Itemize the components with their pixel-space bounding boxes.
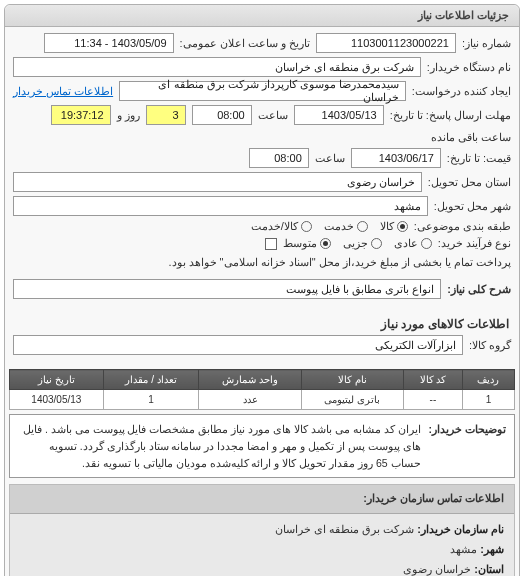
days-remain: 3: [146, 105, 186, 125]
subject-radio-group: کالا خدمت کالا/خدمت: [251, 220, 408, 233]
table-row[interactable]: 1 -- باتری لیتیومی عدد 1 1403/05/13: [10, 390, 515, 410]
goods-table: ردیف کد کالا نام کالا واحد شمارش تعداد /…: [9, 369, 515, 410]
price-date: 1403/06/17: [351, 148, 441, 168]
radio-icon: [357, 221, 368, 232]
contact-province: خراسان رضوی: [403, 563, 471, 575]
th-row: ردیف: [462, 370, 514, 390]
price-until-label: قیمت: تا تاریخ:: [447, 152, 511, 165]
req-no-label: شماره نیاز:: [462, 37, 511, 50]
priority-label: نوع فرآیند خرید:: [438, 237, 511, 250]
city-label: شهر محل تحویل:: [434, 200, 511, 213]
public-date-value: 1403/05/09 - 11:34: [44, 33, 174, 53]
subject-option-0[interactable]: کالا: [380, 220, 408, 233]
days-remain-label: روز و: [117, 109, 140, 122]
priority-option-2[interactable]: متوسط: [283, 237, 331, 250]
goods-group-label: گروه کالا:: [469, 339, 511, 352]
th-code: کد کالا: [403, 370, 462, 390]
contact-title: اطلاعات تماس سازمان خریدار:: [10, 485, 514, 514]
priority-radio-group: عادی جزیی متوسط: [283, 237, 432, 250]
need-details-panel: جزئیات اطلاعات نیاز شماره نیاز: 11030011…: [4, 4, 520, 576]
creator-value: سیدمحمدرضا موسوی کارپرداز شرکت برق منطقه…: [119, 81, 406, 101]
org-name-value: شرکت برق منطقه ای خراسان: [13, 57, 421, 77]
th-qty: تعداد / مقدار: [103, 370, 199, 390]
public-date-label: تاریخ و ساعت اعلان عمومی:: [180, 37, 310, 50]
priority-option-1[interactable]: جزیی: [343, 237, 382, 250]
province-value: خراسان رضوی: [13, 172, 422, 192]
th-date: تاریخ نیاز: [10, 370, 104, 390]
radio-icon: [421, 238, 432, 249]
creator-label: ایجاد کننده درخواست:: [412, 85, 511, 98]
city-value: مشهد: [13, 196, 428, 216]
province-label: استان محل تحویل:: [428, 176, 511, 189]
radio-icon: [301, 221, 312, 232]
contact-org: شرکت برق منطقه ای خراسان: [275, 523, 414, 535]
time-label-2: ساعت: [315, 152, 345, 165]
deadline-time: 08:00: [192, 105, 252, 125]
treasury-checkbox[interactable]: [265, 238, 277, 250]
contact-province-label: استان:: [474, 563, 504, 575]
priority-option-0[interactable]: عادی: [394, 237, 432, 250]
contact-info-box: اطلاعات تماس سازمان خریدار: نام سازمان خ…: [9, 484, 515, 576]
buyer-description: توضیحات خریدار: ایران کد مشابه می باشد ک…: [9, 414, 515, 478]
radio-icon: [320, 238, 331, 249]
panel-title: جزئیات اطلاعات نیاز: [5, 5, 519, 27]
time-label-1: ساعت: [258, 109, 288, 122]
deadline-label: مهلت ارسال پاسخ: تا تاریخ:: [390, 109, 511, 122]
payment-note: پرداخت تمام یا بخشی از مبلغ خرید،از محل …: [168, 256, 511, 269]
desc-label: توضیحات خریدار:: [429, 421, 506, 471]
need-title-label: شرح کلی نیاز:: [447, 283, 511, 296]
th-unit: واحد شمارش: [199, 370, 301, 390]
th-name: نام کالا: [301, 370, 403, 390]
buyer-contact-link[interactable]: اطلاعات تماس خریدار: [13, 85, 113, 98]
contact-city: مشهد: [450, 543, 477, 555]
table-header-row: ردیف کد کالا نام کالا واحد شمارش تعداد /…: [10, 370, 515, 390]
time-remain-label: ساعت باقی مانده: [431, 131, 511, 144]
org-name-label: نام دستگاه خریدار:: [427, 61, 511, 74]
time-remain: 19:37:12: [51, 105, 111, 125]
contact-city-label: شهر:: [480, 543, 504, 555]
subject-option-1[interactable]: خدمت: [324, 220, 368, 233]
subject-option-2[interactable]: کالا/خدمت: [251, 220, 312, 233]
goods-group-value: ابزارآلات الکتریکی: [13, 335, 463, 355]
desc-text: ایران کد مشابه می باشد کالا های مورد نیا…: [18, 421, 421, 471]
deadline-date: 1403/05/13: [294, 105, 384, 125]
price-time: 08:00: [249, 148, 309, 168]
contact-org-label: نام سازمان خریدار:: [417, 523, 504, 535]
subject-cat-label: طبقه بندی موضوعی:: [414, 220, 511, 233]
goods-section-title: اطلاعات کالاهای مورد نیاز: [15, 317, 509, 331]
req-no-value: 1103001123000221: [316, 33, 456, 53]
radio-icon: [397, 221, 408, 232]
need-title-value: انواع باتری مطابق با فایل پیوست: [13, 279, 441, 299]
radio-icon: [371, 238, 382, 249]
